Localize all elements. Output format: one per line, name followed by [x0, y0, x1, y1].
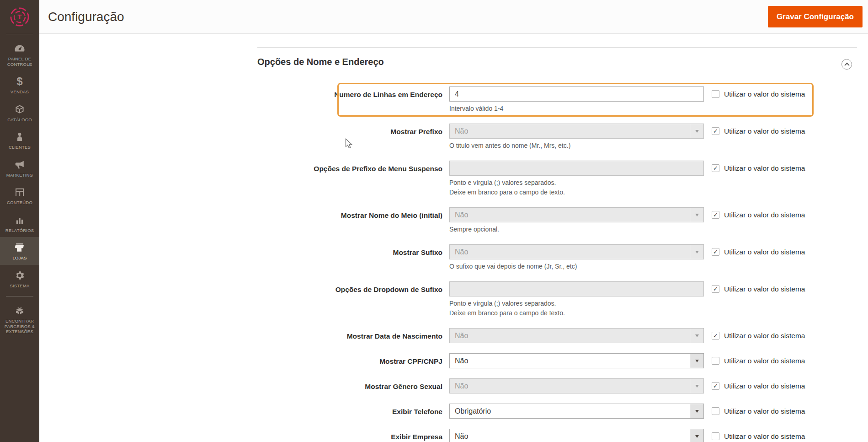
sidebar-item-lojas[interactable]: LOJAS: [0, 237, 39, 265]
chevron-down-icon: [690, 354, 703, 368]
page-header: Configuração Gravar Configuração: [39, 0, 868, 34]
field-label: Mostrar CPF/CNPJ: [257, 353, 449, 368]
use-system-checkbox[interactable]: [712, 211, 719, 219]
field-label: Numero de Linhas em Endereço: [257, 86, 449, 113]
field-label: Opções de Dropdown de Sufixo: [257, 281, 449, 318]
use-system-checkbox[interactable]: [712, 382, 719, 390]
use-system-label: Utilizar o valor do sistema: [724, 127, 805, 135]
field-control: NãoO titulo vem antes do nome (Mr., Mrs,…: [449, 124, 704, 151]
field-control: Não: [449, 328, 704, 343]
config-field-row: Mostrar Nome do Meio (initial) NãoSempre…: [257, 207, 857, 234]
field-select[interactable]: Não: [449, 429, 704, 442]
chevron-down-icon: [690, 245, 703, 259]
field-select: Não: [449, 124, 704, 139]
sidebar-item-catalogo[interactable]: CATÁLOGO: [0, 99, 39, 127]
sidebar-item-label: VENDAS: [11, 89, 29, 95]
config-field-row: Mostrar CPF/CNPJ Não Utilizar o valor do…: [257, 353, 857, 368]
config-field-row: Mostrar Prefixo NãoO titulo vem antes do…: [257, 124, 857, 151]
use-system-checkbox[interactable]: [712, 90, 719, 98]
svg-text:T: T: [17, 13, 22, 21]
config-field-row: Numero de Linhas em Endereço Intervalo v…: [257, 86, 857, 113]
sidebar-item-vendas[interactable]: $ VENDAS: [0, 71, 39, 99]
field-control: Não: [449, 378, 704, 393]
use-system-checkbox[interactable]: [712, 407, 719, 415]
section-header: Opções de Nome e Endereço: [257, 48, 857, 70]
content-icon: [14, 186, 26, 198]
reports-icon: [14, 214, 26, 226]
use-system-checkbox[interactable]: [712, 285, 719, 293]
config-field-row: Opções de Prefixo de Menu Suspenso Ponto…: [257, 161, 857, 197]
sidebar-item-sistema[interactable]: SISTEMA: [0, 265, 39, 293]
field-note: Ponto e vírgula (;) valores separados.De…: [449, 299, 704, 318]
field-control: Ponto e vírgula (;) valores separados.De…: [449, 281, 704, 318]
field-label: Mostrar Nome do Meio (initial): [257, 207, 449, 234]
select-value: Não: [450, 208, 690, 222]
use-system-checkbox[interactable]: [712, 432, 719, 440]
use-system-label: Utilizar o valor do sistema: [724, 382, 805, 390]
field-label: Mostrar Data de Nascimento: [257, 328, 449, 343]
use-system-label: Utilizar o valor do sistema: [724, 332, 805, 340]
use-system-column: Utilizar o valor do sistema: [712, 207, 805, 234]
chevron-down-icon: [690, 379, 703, 393]
select-value: Obrigatório: [450, 404, 690, 418]
field-control: Ponto e vírgula (;) valores separados.De…: [449, 161, 704, 197]
system-icon: [14, 270, 26, 281]
sidebar-item-relatorios[interactable]: RELATÓRIOS: [0, 210, 39, 237]
field-note: O sufixo que vai depois de nome (Jr, Sr.…: [449, 262, 704, 271]
brand-logo-icon[interactable]: T: [0, 0, 39, 34]
chevron-up-icon[interactable]: [841, 59, 852, 70]
sidebar-item-label: ENCONTRAR PARCEIROS & EXTENSÕES: [1, 318, 38, 334]
chevron-down-icon: [690, 329, 703, 343]
use-system-checkbox[interactable]: [712, 357, 719, 365]
use-system-checkbox[interactable]: [712, 127, 719, 135]
field-label: Mostrar Prefixo: [257, 124, 449, 151]
sidebar-item-label: PAINEL DE CONTROLE: [1, 56, 38, 67]
use-system-column: Utilizar o valor do sistema: [712, 378, 805, 393]
field-input[interactable]: [449, 86, 704, 102]
use-system-column: Utilizar o valor do sistema: [712, 244, 805, 271]
field-select: Não: [449, 378, 704, 393]
sidebar-item-label: CLIENTES: [9, 145, 31, 150]
field-select[interactable]: Obrigatório: [449, 404, 704, 419]
use-system-column: Utilizar o valor do sistema: [712, 281, 805, 318]
field-select: Não: [449, 244, 704, 259]
sidebar-item-label: RELATÓRIOS: [5, 228, 34, 233]
extensions-icon: [14, 305, 26, 317]
sidebar-item-conteudo[interactable]: CONTEÚDO: [0, 182, 39, 210]
select-value: Não: [450, 379, 690, 393]
select-value: Não: [450, 429, 690, 442]
use-system-label: Utilizar o valor do sistema: [724, 407, 805, 415]
field-select: Não: [449, 328, 704, 343]
main-area: Configuração Gravar Configuração Opções …: [39, 0, 868, 442]
sidebar-divider: [6, 296, 33, 296]
config-field-row: Opções de Dropdown de Sufixo Ponto e vír…: [257, 281, 857, 318]
save-configuration-button[interactable]: Gravar Configuração: [768, 6, 863, 27]
field-label: Mostrar Sufixo: [257, 244, 449, 271]
use-system-checkbox[interactable]: [712, 164, 719, 172]
use-system-checkbox[interactable]: [712, 332, 719, 340]
select-value: Não: [450, 354, 690, 368]
field-select[interactable]: Não: [449, 353, 704, 368]
use-system-label: Utilizar o valor do sistema: [724, 164, 805, 172]
sidebar-item-encontrar-parceiros-extensoes[interactable]: ENCONTRAR PARCEIROS & EXTENSÕES: [0, 300, 39, 339]
use-system-column: Utilizar o valor do sistema: [712, 124, 805, 151]
use-system-column: Utilizar o valor do sistema: [712, 86, 805, 113]
page-title: Configuração: [48, 10, 124, 24]
sidebar-item-painel-de-controle[interactable]: PAINEL DE CONTROLE: [0, 38, 39, 71]
field-control: Intervalo válido 1-4: [449, 86, 704, 113]
field-note: Sempre opcional.: [449, 225, 704, 234]
use-system-checkbox[interactable]: [712, 248, 719, 256]
sidebar-item-marketing[interactable]: MARKETING: [0, 154, 39, 182]
field-label: Mostrar Gênero Sexual: [257, 378, 449, 393]
chevron-down-icon: [690, 429, 703, 442]
field-label: Exibir Empresa: [257, 429, 449, 442]
field-note: Intervalo válido 1-4: [449, 104, 704, 113]
chevron-down-icon: [690, 404, 703, 418]
config-panel: Opções de Nome e Endereço Numero de Linh…: [257, 47, 857, 442]
customers-icon: [14, 131, 26, 143]
catalog-icon: [14, 103, 26, 115]
use-system-column: Utilizar o valor do sistema: [712, 328, 805, 343]
sidebar-item-label: CATÁLOGO: [7, 117, 32, 123]
sidebar-item-label: CONTEÚDO: [7, 200, 32, 205]
sidebar-item-clientes[interactable]: CLIENTES: [0, 126, 39, 154]
